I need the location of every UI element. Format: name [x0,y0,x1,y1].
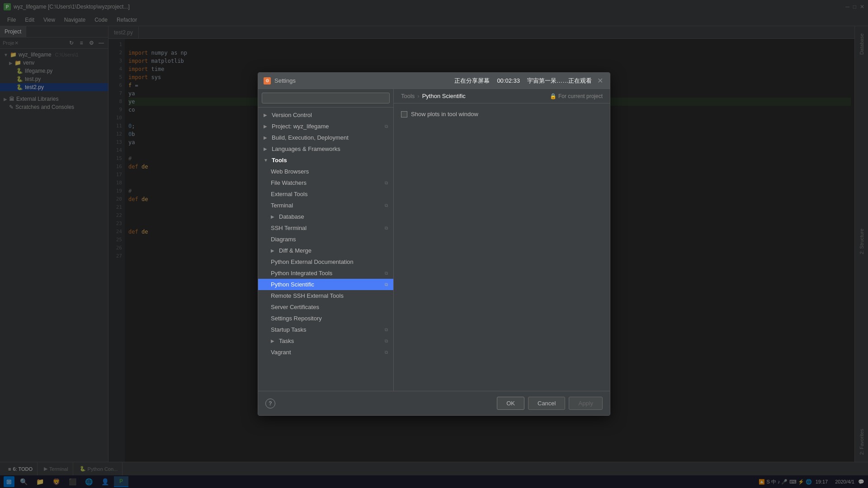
expand-icon: ▶ [271,248,276,253]
expand-icon: ▼ [264,158,269,163]
copy-icon[interactable]: ⧉ [385,350,388,355]
copy-icon[interactable]: ⧉ [385,203,388,208]
dialog-footer: ? OK Cancel Apply [258,391,610,415]
nav-label: Diff & Merge [279,247,311,254]
lock-icon: 🔒 [550,93,557,99]
settings-content-panel: Tools › Python Scientific 🔒 For current … [394,89,610,391]
nav-remote-ssh-external-tools[interactable]: Remote SSH External Tools [258,290,393,301]
for-current-project-label: For current project [558,93,603,99]
content-area: Show plots in tool window [394,103,610,391]
nav-label: Version Control [272,112,312,118]
dialog-body: ▶ Version Control ▶ Project: wyz_lifegam… [258,89,610,391]
settings-icon: ⚙ [264,77,271,84]
show-plots-label: Show plots in tool window [411,111,478,117]
nav-server-certificates[interactable]: Server Certificates [258,301,393,313]
nav-terminal[interactable]: Terminal ⧉ [258,200,393,211]
help-button[interactable]: ? [265,399,275,408]
expand-icon: ▶ [264,124,269,129]
nav-project[interactable]: ▶ Project: wyz_lifegame ⧉ [258,121,393,132]
apply-button[interactable]: Apply [569,397,603,410]
nav-build-execution[interactable]: ▶ Build, Execution, Deployment [258,132,393,143]
nav-label: Server Certificates [271,304,319,310]
nav-tools-section[interactable]: ▼ Tools [258,155,393,166]
nav-label: Tools [272,157,287,164]
nav-web-browsers[interactable]: Web Browsers [258,166,393,177]
nav-label: Diagrams [271,236,296,243]
expand-icon: ▶ [264,113,269,117]
nav-label: Vagrant [271,349,291,356]
sharing-label: 正在分享屏幕 [454,77,490,85]
settings-dialog: ⚙ Settings 正在分享屏幕 00:02:33 宇宙第一呆……正在观看 ✕… [258,72,610,416]
screen-share-bar: 正在分享屏幕 00:02:33 宇宙第一呆……正在观看 [454,77,592,85]
dialog-close-button[interactable]: ✕ [595,76,604,85]
expand-icon: ▶ [271,214,276,219]
nav-file-watchers[interactable]: File Watchers ⧉ [258,177,393,188]
nav-label: External Tools [271,191,307,197]
nav-label: Python External Documentation [271,258,354,265]
viewer-label: 宇宙第一呆……正在观看 [527,77,592,85]
dialog-overlay: ⚙ Settings 正在分享屏幕 00:02:33 宇宙第一呆……正在观看 ✕… [0,0,868,488]
nav-label: Remote SSH External Tools [271,292,344,299]
copy-icon[interactable]: ⧉ [385,271,388,276]
nav-vagrant[interactable]: Vagrant ⧉ [258,347,393,358]
nav-label: Terminal [271,202,293,209]
copy-icon[interactable]: ⧉ [385,282,388,287]
settings-search-area [258,89,393,108]
nav-label: Languages & Frameworks [272,145,340,152]
dialog-title: Settings [274,77,451,84]
breadcrumb-root: Tools [401,93,415,99]
expand-icon: ▶ [264,146,269,151]
nav-label: Settings Repository [271,315,322,322]
nav-diff-merge[interactable]: ▶ Diff & Merge [258,245,393,256]
nav-diagrams[interactable]: Diagrams [258,234,393,245]
nav-python-integrated-tools[interactable]: Python Integrated Tools ⧉ [258,267,393,279]
expand-icon: ▶ [271,338,276,343]
breadcrumb-separator: › [417,93,419,99]
expand-icon: ▶ [264,135,269,140]
nav-database[interactable]: ▶ Database [258,211,393,222]
nav-label: File Watchers [271,179,307,186]
copy-icon[interactable]: ⧉ [385,180,388,186]
settings-nav-list: ▶ Version Control ▶ Project: wyz_lifegam… [258,108,393,391]
copy-icon[interactable]: ⧉ [385,124,388,129]
nav-label: Python Scientific [271,281,314,288]
nav-version-control[interactable]: ▶ Version Control [258,109,393,121]
breadcrumb: Tools › Python Scientific 🔒 For current … [394,89,610,103]
cancel-button[interactable]: Cancel [528,397,565,410]
nav-languages-frameworks[interactable]: ▶ Languages & Frameworks [258,143,393,155]
copy-icon[interactable]: ⧉ [385,225,388,231]
nav-python-external-doc[interactable]: Python External Documentation [258,256,393,267]
nav-settings-repository[interactable]: Settings Repository [258,313,393,324]
settings-nav-panel: ▶ Version Control ▶ Project: wyz_lifegam… [258,89,394,391]
nav-label: Database [279,213,304,220]
settings-search-input[interactable] [262,93,390,103]
dialog-titlebar: ⚙ Settings 正在分享屏幕 00:02:33 宇宙第一呆……正在观看 ✕ [258,73,610,89]
sharing-timer: 00:02:33 [497,77,520,84]
nav-label: Python Integrated Tools [271,270,332,277]
nav-tasks[interactable]: ▶ Tasks ⧉ [258,335,393,347]
ok-button[interactable]: OK [497,397,524,410]
show-plots-checkbox[interactable] [401,111,407,117]
nav-label: Web Browsers [271,168,309,175]
breadcrumb-current: Python Scientific [422,93,466,99]
show-plots-row: Show plots in tool window [401,111,603,117]
nav-label: SSH Terminal [271,225,307,231]
copy-icon[interactable]: ⧉ [385,327,388,333]
nav-ssh-terminal[interactable]: SSH Terminal ⧉ [258,222,393,234]
nav-label: Project: wyz_lifegame [272,123,329,130]
nav-label: Startup Tasks [271,326,307,333]
nav-label: Build, Execution, Deployment [272,134,349,141]
nav-startup-tasks[interactable]: Startup Tasks ⧉ [258,324,393,335]
copy-icon[interactable]: ⧉ [385,338,388,344]
for-current-project-link[interactable]: 🔒 For current project [550,93,603,99]
nav-python-scientific[interactable]: Python Scientific ⧉ [258,279,393,290]
nav-label: Tasks [279,338,294,344]
nav-external-tools[interactable]: External Tools [258,188,393,200]
